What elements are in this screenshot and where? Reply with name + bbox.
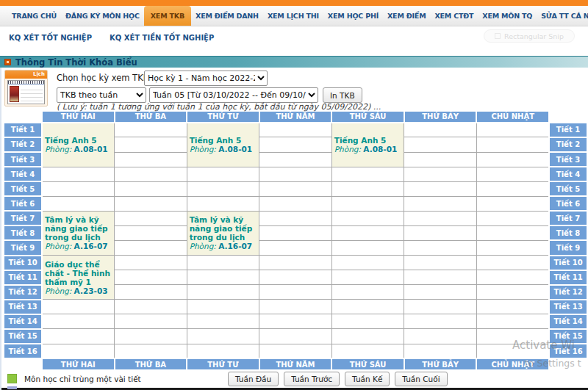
week-button[interactable]: Tuần Kế [345, 372, 390, 386]
class-cell: Tâm lý và kỹ năng giao tiếp trong du lịc… [187, 211, 259, 255]
timetable-cell [259, 300, 332, 314]
timetable-row: Tiết 13Tiết 13 [4, 300, 587, 314]
period-label: Tiết 3 [549, 152, 587, 167]
timetable-cell [476, 211, 549, 225]
timetable-cell [404, 344, 477, 358]
nav-tab[interactable]: XEM LỊCH THI [263, 7, 323, 25]
timetable-cell [476, 152, 549, 167]
class-name: Tâm lý và kỹ năng giao tiếp trong du lịc… [190, 215, 258, 242]
timetable-cell [476, 225, 549, 240]
timetable-cell [115, 270, 187, 285]
period-label: Tiết 16 [4, 344, 42, 358]
day-header: THỨ BA [115, 358, 187, 370]
view-mode-select[interactable]: TKB theo tuần [57, 87, 146, 103]
timetable-row: Tiết 1Tiếng Anh 5Phòng: A.08-01Tiếng Anh… [4, 123, 587, 137]
timetable-cell [404, 285, 477, 300]
period-label: Tiết 2 [4, 137, 42, 152]
period-label: Tiết 12 [549, 285, 587, 300]
timetable-cell [476, 256, 549, 270]
nav-tab-active[interactable]: XEM TKB [144, 6, 191, 26]
nav-tab[interactable]: XEM ĐIỂM [383, 7, 430, 25]
timetable-row: Tiết 15Tiết 15 [4, 329, 587, 344]
section-title: Thông Tin Thời Khóa Biểu [15, 57, 137, 68]
timetable-cell [259, 344, 332, 358]
day-header: THỨ TƯ [187, 358, 259, 370]
timetable-cell [331, 211, 404, 225]
timetable-cell [476, 181, 549, 196]
timetable-cell [42, 300, 115, 314]
period-label: Tiết 11 [4, 270, 42, 285]
period-label: Tiết 5 [549, 181, 587, 196]
timetable-cell [42, 181, 115, 196]
week-button[interactable]: Tuần Trước [284, 372, 340, 386]
subnav-tab[interactable]: KQ XÉT TIỀN TỐT NGHIỆP [110, 34, 214, 42]
timetable-cell [187, 270, 259, 285]
timetable-cell [259, 181, 332, 196]
timetable-cell [42, 196, 115, 211]
timetable-cell [115, 137, 187, 152]
print-tkb-button[interactable]: In TKB [323, 87, 362, 103]
week-note: ( Lưu ý: tuần 1 tương ứng với tuần 1 của… [57, 102, 381, 112]
week-button[interactable]: Tuần Cuối [395, 372, 447, 386]
timetable-cell [331, 167, 404, 181]
timetable-cell [187, 329, 259, 344]
timetable-cell [187, 344, 259, 358]
timetable-cell [404, 167, 477, 181]
timetable-cell [187, 314, 259, 329]
period-label: Tiết 5 [4, 181, 42, 196]
timetable-cell [476, 123, 549, 137]
timetable-cell [42, 344, 115, 358]
class-name: Tiếng Anh 5 [190, 136, 258, 145]
corner-cell [4, 358, 42, 370]
timetable-cell [476, 270, 549, 285]
section-bullet-icon [4, 59, 11, 65]
timetable-cell [404, 270, 477, 285]
timetable-cell [404, 181, 477, 196]
timetable-cell [187, 256, 259, 270]
timetable-cell [115, 300, 187, 314]
timetable-cell [42, 167, 115, 181]
timetable-cell [331, 240, 404, 255]
week-select[interactable]: Tuần 05 [Từ 03/10/2022 -- Đến 09/10/2022… [149, 87, 318, 103]
nav-tab[interactable]: ĐĂNG KÝ MÔN HỌC [61, 7, 144, 25]
period-label: Tiết 12 [4, 285, 42, 300]
nav-tab[interactable]: XEM MÔN TQ [478, 7, 537, 25]
snip-icon [495, 33, 501, 39]
nav-tab[interactable]: XEM HỌC PHÍ [323, 7, 383, 25]
week-button[interactable]: Tuần Đầu [228, 372, 279, 386]
top-accent-bar [0, 0, 588, 6]
timetable-cell [476, 300, 549, 314]
timetable-cell [259, 137, 332, 152]
timetable-cell [404, 152, 477, 167]
timetable-cell [115, 256, 187, 270]
nav-tab[interactable]: XEM ĐIỂM DANH [191, 7, 263, 25]
day-header: THỨ BA [115, 111, 187, 123]
content-area: Lịch Chọn học kỳ xem TKB Học kỳ 1 - Năm … [0, 68, 588, 390]
day-header: THỨ BẢY [404, 358, 477, 370]
timetable-cell [404, 225, 477, 240]
corner-cell [549, 358, 587, 370]
nav-tab[interactable]: TRANG CHỦ [7, 7, 61, 25]
timetable-row: Tiết 16Tiết 16 [4, 344, 587, 358]
corner-cell [549, 111, 587, 123]
timetable-cell [259, 240, 332, 255]
timetable-cell [404, 314, 477, 329]
legend-label: Môn học chỉ trùng một vài tiết [24, 375, 141, 383]
calendar-grid [21, 87, 43, 102]
calendar-icon: Lịch [4, 70, 48, 106]
timetable-cell [331, 344, 404, 358]
nav-tab[interactable]: XEM CTĐT [430, 7, 478, 25]
timetable-cell [404, 256, 477, 270]
nav-tab[interactable]: SỬA TT CÁ NHÂN [537, 7, 588, 25]
timetable-row: Tiết 10Giáo dục thể chất - Thể hình thẩm… [4, 256, 587, 270]
period-label: Tiết 4 [4, 167, 42, 181]
timetable-row: Tiết 4Tiết 4 [4, 167, 587, 181]
timetable-cell [331, 225, 404, 240]
timetable-cell [259, 285, 332, 300]
legend-color-swatch [7, 374, 17, 383]
calendar-icon-body [7, 80, 45, 104]
subnav-tab[interactable]: KQ XÉT TỐT NGHIỆP [9, 34, 92, 42]
class-cell: Tâm lý và kỹ năng giao tiếp trong du lịc… [42, 211, 115, 255]
period-label: Tiết 7 [4, 211, 42, 225]
semester-select[interactable]: Học kỳ 1 - Năm học 2022-2023 [144, 71, 268, 86]
